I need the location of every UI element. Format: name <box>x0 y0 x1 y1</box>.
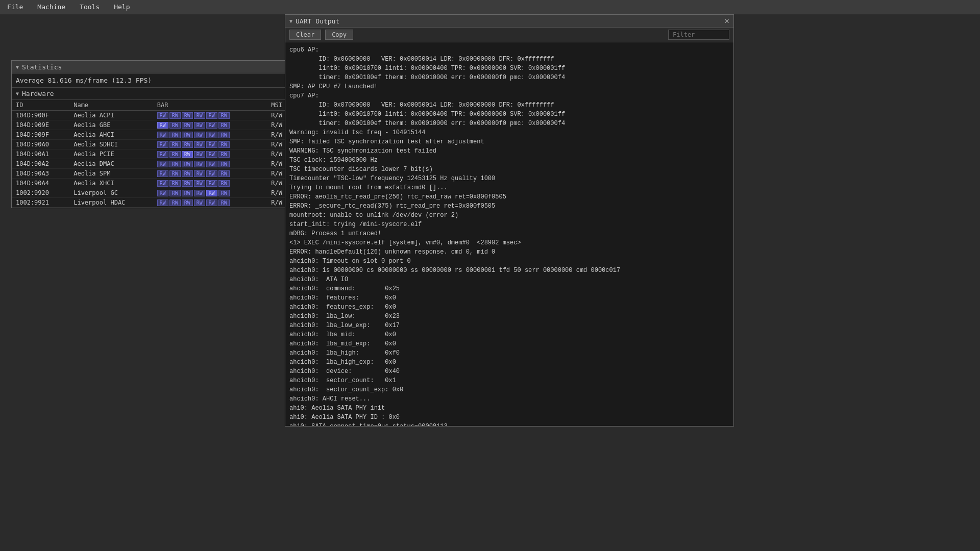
rw-badge[interactable]: RW <box>182 170 193 177</box>
uart-content[interactable]: cpu6 AP: ID: 0x06000000 VER: 0x00050014 … <box>285 42 733 426</box>
rw-badge[interactable]: RW <box>169 180 181 187</box>
rw-badge[interactable]: RW <box>182 151 193 158</box>
rw-badge[interactable]: RW <box>206 112 217 119</box>
menu-tools[interactable]: Tools <box>77 2 103 12</box>
rw-badge[interactable]: RW <box>218 151 230 158</box>
rw-badge[interactable]: RW <box>194 170 205 177</box>
rw-badge[interactable]: RW <box>194 199 205 206</box>
filter-input[interactable] <box>668 30 729 40</box>
rw-badge[interactable]: RW <box>218 132 230 138</box>
hardware-label: Hardware <box>22 90 54 97</box>
rw-badge[interactable]: RW <box>182 141 193 148</box>
rw-badge[interactable]: RW <box>182 161 193 167</box>
rw-badge[interactable]: RW <box>169 112 181 119</box>
rw-badge[interactable]: RW <box>206 122 217 129</box>
menu-bar: File Machine Tools Help <box>0 0 980 14</box>
cell-name: Liverpool HDAC <box>69 198 153 208</box>
rw-badge[interactable]: RW <box>194 112 205 119</box>
table-row: 104D:909FAeolia AHCIRWRWRWRWRWRWR/W <box>12 130 294 140</box>
rw-badge[interactable]: RW <box>169 170 181 177</box>
rw-badge[interactable]: RW <box>194 190 205 196</box>
uart-window: ▼ UART Output ✕ Clear Copy cpu6 AP: ID: … <box>285 14 734 427</box>
table-row: 1002:9921Liverpool HDACRWRWRWRWRWRWR/W <box>12 198 294 208</box>
cell-name: Aeolia SPM <box>69 169 153 179</box>
rw-badge[interactable]: RW <box>206 180 217 187</box>
rw-badge[interactable]: RW <box>182 199 193 206</box>
rw-badge[interactable]: RW <box>218 141 230 148</box>
uart-close-button[interactable]: ✕ <box>724 17 729 25</box>
rw-badge[interactable]: RW <box>157 132 168 138</box>
rw-badge[interactable]: RW <box>157 199 168 206</box>
rw-badge[interactable]: RW <box>218 190 230 196</box>
table-row: 104D:900FAeolia ACPIRWRWRWRWRWRWR/W <box>12 111 294 120</box>
uart-title: UART Output <box>296 17 339 25</box>
rw-badge[interactable]: RW <box>194 161 205 167</box>
cell-bars: RWRWRWRWRWRW <box>153 140 267 149</box>
cell-bars: RWRWRWRWRWRW <box>153 120 267 130</box>
rw-badge[interactable]: RW <box>206 141 217 148</box>
cell-bars: RWRWRWRWRWRW <box>153 111 267 120</box>
rw-badge[interactable]: RW <box>194 141 205 148</box>
table-row: 104D:90A0Aeolia SDHCIRWRWRWRWRWRWR/W <box>12 140 294 149</box>
cell-id: 104D:90A2 <box>12 159 69 169</box>
cell-bars: RWRWRWRWRWRW <box>153 188 267 198</box>
rw-badge[interactable]: RW <box>206 132 217 138</box>
rw-badge[interactable]: RW <box>206 190 217 196</box>
rw-badge[interactable]: RW <box>182 180 193 187</box>
copy-button[interactable]: Copy <box>325 30 353 40</box>
cell-id: 104D:909F <box>12 130 69 140</box>
rw-badge[interactable]: RW <box>194 151 205 158</box>
rw-badge[interactable]: RW <box>169 161 181 167</box>
col-name: Name <box>69 100 153 111</box>
cell-name: Aeolia SDHCI <box>69 140 153 149</box>
rw-badge[interactable]: RW <box>218 180 230 187</box>
menu-machine[interactable]: Machine <box>34 2 68 12</box>
table-row: 104D:90A4Aeolia XHCIRWRWRWRWRWRWR/W <box>12 179 294 188</box>
stats-hardware-section: ▼ Hardware <box>12 88 294 100</box>
rw-badge[interactable]: RW <box>218 199 230 206</box>
clear-button[interactable]: Clear <box>289 30 321 40</box>
stats-title: Statistics <box>22 63 62 71</box>
rw-badge[interactable]: RW <box>157 170 168 177</box>
menu-help[interactable]: Help <box>111 2 133 12</box>
rw-badge[interactable]: RW <box>157 180 168 187</box>
rw-badge[interactable]: RW <box>218 112 230 119</box>
rw-badge[interactable]: RW <box>182 132 193 138</box>
rw-badge[interactable]: RW <box>157 151 168 158</box>
rw-badge[interactable]: RW <box>194 122 205 129</box>
rw-badge[interactable]: RW <box>206 161 217 167</box>
rw-badge[interactable]: RW <box>206 151 217 158</box>
menu-file[interactable]: File <box>4 2 26 12</box>
rw-badge[interactable]: RW <box>182 190 193 196</box>
rw-badge[interactable]: RW <box>182 122 193 129</box>
rw-badge[interactable]: RW <box>157 112 168 119</box>
rw-badge[interactable]: RW <box>218 161 230 167</box>
rw-badge[interactable]: RW <box>169 190 181 196</box>
rw-badge[interactable]: RW <box>182 112 193 119</box>
rw-badge[interactable]: RW <box>206 170 217 177</box>
stats-fps-text: Average 81.616 ms/frame (12.3 FPS) <box>12 73 294 88</box>
rw-badge[interactable]: RW <box>157 190 168 196</box>
table-row: 104D:90A3Aeolia SPMRWRWRWRWRWRWR/W <box>12 169 294 179</box>
rw-badge[interactable]: RW <box>169 151 181 158</box>
rw-badge[interactable]: RW <box>169 199 181 206</box>
rw-badge[interactable]: RW <box>194 132 205 138</box>
rw-badge[interactable]: RW <box>194 180 205 187</box>
rw-badge[interactable]: RW <box>169 132 181 138</box>
rw-badge[interactable]: RW <box>169 141 181 148</box>
rw-badge[interactable]: RW <box>218 122 230 129</box>
hardware-arrow: ▼ <box>16 91 19 96</box>
cell-bars: RWRWRWRWRWRW <box>153 169 267 179</box>
rw-badge[interactable]: RW <box>157 122 168 129</box>
rw-badge[interactable]: RW <box>157 141 168 148</box>
rw-badge[interactable]: RW <box>169 122 181 129</box>
cell-bars: RWRWRWRWRWRW <box>153 130 267 140</box>
rw-badge[interactable]: RW <box>206 199 217 206</box>
table-row: 104D:90A2Aeolia DMACRWRWRWRWRWRWR/W <box>12 159 294 169</box>
cell-bars: RWRWRWRWRWRW <box>153 159 267 169</box>
uart-toolbar: Clear Copy <box>285 28 733 42</box>
cell-bars: RWRWRWRWRWRW <box>153 149 267 159</box>
rw-badge[interactable]: RW <box>157 161 168 167</box>
rw-badge[interactable]: RW <box>218 170 230 177</box>
cell-id: 104D:909E <box>12 120 69 130</box>
